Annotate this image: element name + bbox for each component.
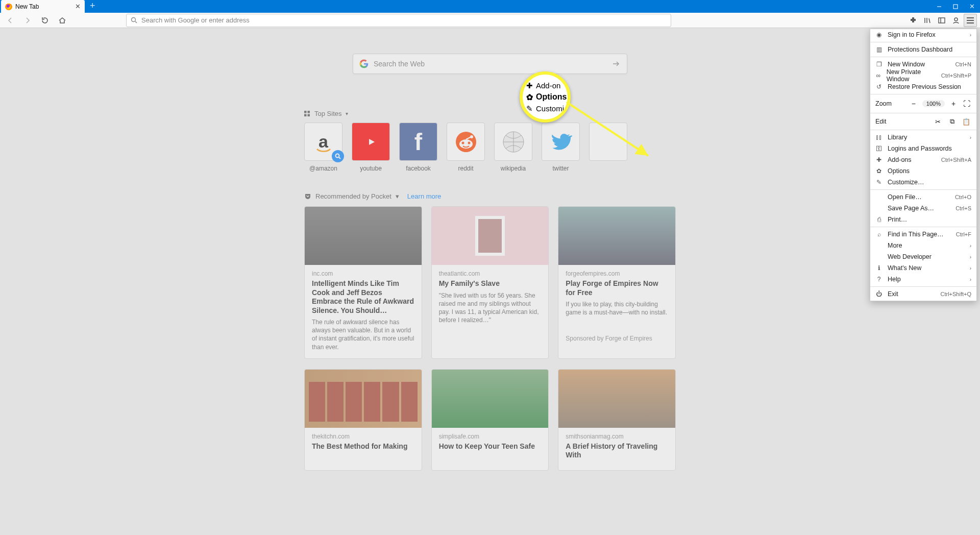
callout-options: Options xyxy=(536,92,567,102)
menu-open-file[interactable]: Open File…Ctrl+O xyxy=(870,191,976,203)
menu-label: More xyxy=(888,242,902,249)
menu-label: Web Developer xyxy=(888,253,932,260)
minimize-button[interactable] xyxy=(931,0,947,13)
chevron-right-icon: › xyxy=(970,254,971,260)
key-icon: ⚿ xyxy=(875,145,883,152)
menu-label: Sign in to Firefox xyxy=(888,31,936,38)
svg-line-3 xyxy=(135,21,137,23)
paste-button[interactable]: 📋 xyxy=(961,118,971,126)
forward-button[interactable] xyxy=(20,13,35,28)
reload-button[interactable] xyxy=(38,13,52,28)
menu-label: Add-ons xyxy=(888,156,912,163)
zoom-value: 100% xyxy=(922,100,945,107)
window-controls: ✕ xyxy=(931,0,980,13)
gear-icon: ✿ xyxy=(875,167,883,175)
zoom-out-button[interactable]: − xyxy=(909,100,918,108)
menu-shortcut: Ctrl+Shift+Q xyxy=(940,291,971,297)
urlbar-placeholder: Search with Google or enter address xyxy=(141,16,250,24)
menu-save-page[interactable]: Save Page As…Ctrl+S xyxy=(870,203,976,214)
menu-help[interactable]: ?Help› xyxy=(870,274,976,285)
menu-label: Open File… xyxy=(888,193,922,201)
library-icon[interactable] xyxy=(921,14,934,27)
callout-addons: Add-on xyxy=(536,81,560,90)
cut-button[interactable]: ✂ xyxy=(933,118,943,126)
menu-library[interactable]: ⫿⫿Library› xyxy=(870,132,976,143)
menu-restore-session[interactable]: ↺Restore Previous Session xyxy=(870,81,976,92)
mask-icon: ∞ xyxy=(875,72,881,79)
menu-label: Logins and Passwords xyxy=(888,145,952,152)
menu-private-window[interactable]: ∞New Private WindowCtrl+Shift+P xyxy=(870,70,976,81)
account-icon: ◉ xyxy=(875,31,883,38)
menu-zoom: Zoom − 100% + ⛶ xyxy=(870,96,976,111)
print-icon: ⎙ xyxy=(875,216,883,223)
menu-label: Exit xyxy=(888,290,898,298)
menu-shortcut: Ctrl+S xyxy=(955,205,971,211)
menu-label: Restore Previous Session xyxy=(888,83,961,90)
window-icon: ❐ xyxy=(875,61,883,68)
chevron-right-icon: › xyxy=(970,32,971,38)
modal-dimmer xyxy=(0,28,980,535)
sidebar-icon[interactable] xyxy=(935,14,948,27)
power-icon: ⏻ xyxy=(875,290,883,298)
menu-label: Customize… xyxy=(888,179,924,186)
puzzle-icon: ✚ xyxy=(526,81,533,90)
copy-button[interactable]: ⧉ xyxy=(947,117,957,126)
menu-whats-new[interactable]: ℹWhat's New› xyxy=(870,262,976,274)
close-window-button[interactable]: ✕ xyxy=(964,0,980,13)
menu-sign-in[interactable]: ◉Sign in to Firefox› xyxy=(870,29,976,40)
instructional-callout: ✚Add-on ✿Options ✎Customi xyxy=(520,71,571,123)
search-icon xyxy=(131,17,137,23)
help-icon: ? xyxy=(875,276,883,283)
menu-label: Find in This Page… xyxy=(888,231,944,238)
menu-customize[interactable]: ✎Customize… xyxy=(870,177,976,188)
menu-label: Save Page As… xyxy=(888,205,934,212)
menu-protections[interactable]: ▥Protections Dashboard xyxy=(870,44,976,55)
zoom-in-button[interactable]: + xyxy=(949,100,958,108)
menu-find[interactable]: ⌕Find in This Page…Ctrl+F xyxy=(870,229,976,240)
extensions-icon[interactable] xyxy=(906,14,920,27)
shield-icon: ▥ xyxy=(875,46,883,53)
menu-exit[interactable]: ⏻ExitCtrl+Shift+Q xyxy=(870,288,976,300)
paintbrush-icon: ✎ xyxy=(526,104,533,113)
menu-addons[interactable]: ✚Add-onsCtrl+Shift+A xyxy=(870,154,976,165)
firefox-icon xyxy=(5,3,12,10)
menu-edit: Edit ✂ ⧉ 📋 xyxy=(870,115,976,128)
menu-more[interactable]: More› xyxy=(870,240,976,251)
tab-close-button[interactable]: ✕ xyxy=(75,3,81,10)
restore-icon: ↺ xyxy=(875,83,883,90)
svg-point-2 xyxy=(132,18,136,22)
callout-customize: Customi xyxy=(536,104,564,113)
home-button[interactable] xyxy=(55,13,69,28)
search-icon: ⌕ xyxy=(875,231,883,238)
menu-shortcut: Ctrl+Shift+P xyxy=(941,72,971,79)
menu-shortcut: Ctrl+F xyxy=(956,231,971,237)
menu-label: Library xyxy=(888,134,907,141)
menu-label: Help xyxy=(888,276,901,283)
svg-point-9 xyxy=(954,18,958,21)
menu-print[interactable]: ⎙Print… xyxy=(870,214,976,225)
menu-shortcut: Ctrl+O xyxy=(955,194,971,200)
menu-options[interactable]: ✿Options xyxy=(870,165,976,177)
back-button[interactable] xyxy=(3,13,17,28)
chevron-right-icon: › xyxy=(970,135,971,140)
maximize-button[interactable] xyxy=(947,0,964,13)
menu-label: New Private Window xyxy=(887,68,936,83)
menu-logins[interactable]: ⚿Logins and Passwords xyxy=(870,143,976,154)
menu-label: New Window xyxy=(888,61,925,68)
puzzle-icon: ✚ xyxy=(875,156,883,163)
gear-icon: ✿ xyxy=(526,92,533,102)
new-tab-button[interactable]: + xyxy=(85,0,101,11)
menu-button[interactable] xyxy=(964,14,977,27)
app-menu: ◉Sign in to Firefox› ▥Protections Dashbo… xyxy=(870,29,977,301)
menu-label: Protections Dashboard xyxy=(888,46,952,53)
svg-rect-7 xyxy=(939,18,945,23)
fullscreen-icon[interactable]: ⛶ xyxy=(962,100,971,108)
account-icon[interactable] xyxy=(949,14,963,27)
menu-web-developer[interactable]: Web Developer› xyxy=(870,251,976,262)
url-bar[interactable]: Search with Google or enter address xyxy=(126,14,671,27)
tab-title: New Tab xyxy=(15,3,39,10)
svg-line-6 xyxy=(929,18,930,23)
browser-tab[interactable]: New Tab ✕ xyxy=(1,0,85,13)
nav-toolbar: Search with Google or enter address xyxy=(0,13,980,28)
chevron-right-icon: › xyxy=(970,243,971,249)
